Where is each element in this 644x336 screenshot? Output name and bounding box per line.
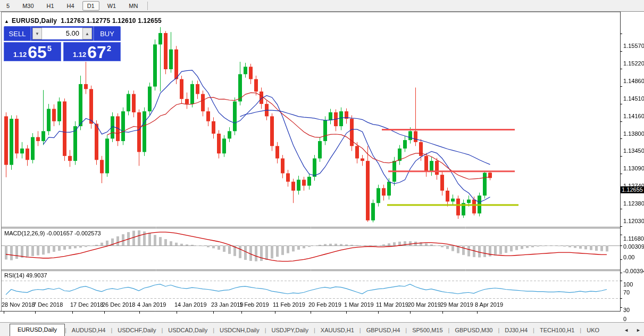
price-axis-label: 1.12030 xyxy=(623,218,644,224)
price-axis-label: 1.14510 xyxy=(623,95,644,102)
buy-button[interactable]: BUY xyxy=(94,26,121,41)
macd-axis-label: -0.003947 xyxy=(623,268,644,274)
date-axis-label: 4 Jan 2019 xyxy=(137,301,166,308)
tab-eurusd-daily[interactable]: EURUSD,Daily xyxy=(10,324,65,336)
rsi-axis-label: 70 xyxy=(623,289,630,296)
price-axis-label: 1.14860 xyxy=(623,78,644,84)
chart-ohlc-values: 1.12763 1.12775 1.12610 1.12655 xyxy=(61,17,162,24)
tab-xauusd-h1[interactable]: XAUUSD,H1 xyxy=(315,325,359,336)
macd-axis-label: 0.00 xyxy=(623,254,634,260)
timeframe-button-h4[interactable]: H4 xyxy=(62,1,79,11)
timeframe-button-m30[interactable]: M30 xyxy=(18,1,38,11)
date-axis-label: 29 Mar 2019 xyxy=(440,301,473,308)
tab-gbpusd-m30[interactable]: GBPUSD,M30 xyxy=(449,325,498,336)
date-axis-label: 1 Mar 2019 xyxy=(344,301,374,308)
price-axis-label: 1.13450 xyxy=(623,147,644,154)
date-axis-label: 23 Jan 2019 xyxy=(211,301,244,308)
price-axis-label: 1.13090 xyxy=(623,165,644,171)
collapse-triangle-icon[interactable]: ▲ xyxy=(4,19,9,24)
buy-price-prefix: 1.12 xyxy=(73,51,86,59)
sell-button[interactable]: SELL xyxy=(4,26,31,41)
price-axis-label: 1.12380 xyxy=(623,200,644,207)
chart-symbol: EURUSD,Daily xyxy=(12,17,57,24)
tab-uko[interactable]: UKO xyxy=(581,325,605,336)
date-axis-label: 26 Dec 2018 xyxy=(102,301,135,308)
date-axis-label: 20 Mar 2019 xyxy=(408,301,441,308)
timeframe-button-5[interactable]: 5 xyxy=(2,1,14,11)
buy-price-box[interactable]: 1.12 67 2 xyxy=(63,42,121,61)
rsi-axis-label: 100 xyxy=(623,281,633,288)
date-axis-label: 11 Feb 2019 xyxy=(273,301,305,308)
tab-audusd-h4[interactable]: AUDUSD,H4 xyxy=(66,325,111,336)
price-axis-label: 1.13800 xyxy=(623,130,644,137)
price-axis-label: 1.11680 xyxy=(623,235,644,242)
date-axis-label: 17 Dec 2018 xyxy=(70,301,103,308)
volume-stepper: ▼ 5.00 ▲ xyxy=(31,26,94,41)
one-click-trading-panel: SELL ▼ 5.00 ▲ BUY 1.12 65 5 1.12 67 2 xyxy=(4,26,121,61)
rsi-axis-label: 30 xyxy=(623,307,630,313)
volume-increase-icon[interactable]: ▲ xyxy=(82,28,92,39)
toolbar-separator xyxy=(147,2,148,10)
sell-price-box[interactable]: 1.12 65 5 xyxy=(4,42,61,61)
date-axis-label: 8 Apr 2019 xyxy=(475,301,503,308)
tab-usdcad-daily[interactable]: USDCAD,Daily xyxy=(163,325,213,336)
mt4-window: 5M30H1H4D1W1MN ▲EURUSD,Daily 1.12763 1.1… xyxy=(0,0,644,336)
buy-price-pip: 2 xyxy=(107,44,111,53)
timeframe-button-h1[interactable]: H1 xyxy=(42,1,59,11)
tab-scroll-arrows: ◄ ► xyxy=(624,327,641,333)
sell-price-prefix: 1.12 xyxy=(13,51,27,59)
tab-tech100-h1[interactable]: TECH100,H1 xyxy=(534,325,580,336)
date-axis-label: 7 Dec 2018 xyxy=(33,301,63,308)
rsi-label: RSI(14) 49.9037 xyxy=(4,272,47,278)
timeframe-button-w1[interactable]: W1 xyxy=(103,1,121,11)
price-axis-label: 1.15570 xyxy=(623,43,644,49)
chart-area[interactable]: ▲EURUSD,Daily 1.12763 1.12775 1.12610 1.… xyxy=(0,12,644,322)
tab-dj30-h4[interactable]: DJ30,H4 xyxy=(499,325,533,336)
date-axis-label: 1 Feb 2019 xyxy=(239,301,269,308)
timeframe-button-mn[interactable]: MN xyxy=(124,1,143,11)
timeframe-button-d1[interactable]: D1 xyxy=(82,1,99,11)
date-axis-label: 20 Feb 2019 xyxy=(308,301,341,308)
chart-tab-bar: EURUSD,Daily |AUDUSD,H4|USDCHF,Daily|USD… xyxy=(0,322,644,336)
tab-sp500-m15[interactable]: SP500,M15 xyxy=(407,325,448,336)
volume-decrease-icon[interactable]: ▼ xyxy=(32,28,42,39)
chart-title: ▲EURUSD,Daily 1.12763 1.12775 1.12610 1.… xyxy=(4,17,162,24)
date-axis-label: 11 Mar 2019 xyxy=(376,301,408,308)
sell-price-big: 65 xyxy=(28,44,47,60)
macd-axis-label: 0.003095 xyxy=(623,243,644,250)
price-axis-label: 1.12740 xyxy=(623,183,644,189)
price-axis-label: 1.14160 xyxy=(623,113,644,119)
date-axis-label: 14 Jan 2019 xyxy=(174,301,207,308)
rsi-axis-label: 0 xyxy=(623,316,626,322)
volume-input[interactable]: 5.00 xyxy=(42,28,82,39)
tab-scroll-left-icon[interactable]: ◄ xyxy=(624,327,629,333)
tab-usdjpy-daily[interactable]: USDJPY,Daily xyxy=(266,325,314,336)
tab-usdchf-daily[interactable]: USDCHF,Daily xyxy=(112,325,161,336)
buy-price-big: 67 xyxy=(87,44,106,60)
tab-scroll-right-icon[interactable]: ► xyxy=(636,327,641,333)
date-axis-label: 28 Nov 2018 xyxy=(2,301,35,308)
tab-gbpusd-h4[interactable]: GBPUSD,H4 xyxy=(361,325,406,336)
macd-label: MACD(12,26,9) -0.001657 -0.002573 xyxy=(4,230,101,236)
tab-usdcnh-daily[interactable]: USDCNH,Daily xyxy=(214,325,265,336)
timeframe-toolbar: 5M30H1H4D1W1MN xyxy=(0,0,644,12)
sell-price-pip: 5 xyxy=(47,44,52,53)
price-axis-label: 1.15220 xyxy=(623,60,644,67)
